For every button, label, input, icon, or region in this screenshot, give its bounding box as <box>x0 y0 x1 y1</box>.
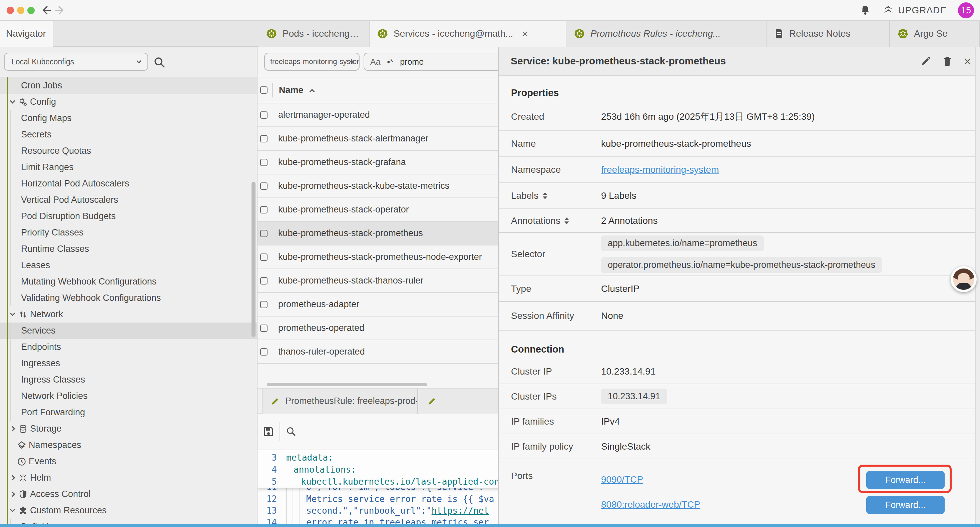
sidebar-item-port-forwarding[interactable]: Port Forwarding <box>0 404 257 420</box>
chevron-down-icon[interactable] <box>10 99 15 104</box>
detail-row-ip-family-policy: IP family policySingleStack <box>499 434 980 459</box>
row-checkbox[interactable] <box>260 135 267 142</box>
namespace-link[interactable]: freeleaps-monitoring-system <box>601 164 719 175</box>
upgrade-button[interactable]: UPGRADE <box>882 5 947 16</box>
window-close-button[interactable] <box>7 7 14 14</box>
row-checkbox[interactable] <box>260 111 267 119</box>
window-zoom-button[interactable] <box>27 7 35 14</box>
row-checkbox[interactable] <box>260 325 267 332</box>
chevron-down-icon[interactable] <box>10 311 15 316</box>
sidebar-item-vertical-pod-autoscalers[interactable]: Vertical Pod Autoscalers <box>0 192 257 208</box>
sort-ascending-icon[interactable] <box>309 89 315 94</box>
sidebar-item-limit-ranges[interactable]: Limit Ranges <box>0 159 257 175</box>
forward-arrow-icon[interactable] <box>54 4 66 16</box>
name-filter-input[interactable]: Aa ▪* prome <box>364 53 507 71</box>
sidebar-search-icon[interactable] <box>153 56 166 69</box>
service-name: kube-prometheus-stack-thanos-ruler <box>278 275 423 286</box>
sort-updown-icon[interactable] <box>565 218 569 224</box>
sidebar-item-helm[interactable]: Helm <box>0 470 257 486</box>
horizontal-scrollbar-thumb[interactable] <box>267 383 427 386</box>
sidebar-item-pod-disruption-budgets[interactable]: Pod Disruption Budgets <box>0 208 257 224</box>
tab-close-icon[interactable]: × <box>522 28 528 40</box>
kubeconfig-selector[interactable]: Local Kubeconfigs <box>4 53 148 71</box>
forward-button[interactable]: Forward... <box>866 496 945 514</box>
updown-icon <box>18 310 28 319</box>
sidebar-item-network[interactable]: Network <box>0 306 257 323</box>
column-divider <box>272 83 273 97</box>
detail-value: kube-prometheus-stack-prometheus <box>601 139 751 149</box>
detail-value: 253d 16h 6m ago (2025年1月13日 GMT+8 1:25:3… <box>601 110 815 123</box>
sidebar-item-network-policies[interactable]: Network Policies <box>0 388 257 404</box>
sidebar-item-events[interactable]: Events <box>0 453 257 470</box>
row-checkbox[interactable] <box>260 301 267 308</box>
namespace-selector[interactable]: freeleaps-monitoring-system <box>264 53 360 71</box>
chevron-right-icon[interactable] <box>10 475 15 481</box>
sidebar-item-leases[interactable]: Leases <box>0 257 257 274</box>
sidebar-scrollbar-thumb[interactable] <box>251 182 256 337</box>
sidebar-item-resource-quotas[interactable]: Resource Quotas <box>0 143 257 159</box>
sidebar-item-endpoints[interactable]: Endpoints <box>0 339 257 355</box>
sidebar-item-horizontal-pod-autoscalers[interactable]: Horizontal Pod Autoscalers <box>0 175 257 192</box>
assistant-avatar[interactable] <box>951 266 977 292</box>
chevron-right-icon[interactable] <box>10 492 15 497</box>
row-checkbox[interactable] <box>260 230 267 237</box>
sidebar-item-priority-classes[interactable]: Priority Classes <box>0 224 257 241</box>
sidebar-item-mutating-webhook-configurations[interactable]: Mutating Webhook Configurations <box>0 274 257 290</box>
chevron-down-icon[interactable] <box>10 507 15 512</box>
save-icon[interactable] <box>263 426 274 437</box>
select-all-checkbox[interactable] <box>260 86 267 94</box>
sidebar-item-ingress-classes[interactable]: Ingress Classes <box>0 372 257 388</box>
sidebar-item-config[interactable]: Config <box>0 94 257 110</box>
service-name: prometheus-operated <box>278 323 364 333</box>
bell-icon[interactable] <box>859 4 871 16</box>
workspace-tab-4[interactable]: Argo Se <box>890 21 980 47</box>
detail-value: IPv4 <box>601 416 620 427</box>
workspace-tab-2[interactable]: Prometheus Rules - icecheng... <box>566 21 767 47</box>
sidebar-item-storage[interactable]: Storage <box>0 420 257 437</box>
regex-toggle[interactable]: ▪* <box>387 57 394 67</box>
match-case-toggle[interactable]: Aa <box>370 57 380 67</box>
sidebar-item-config-maps[interactable]: Config Maps <box>0 110 257 126</box>
port-link[interactable]: 9090/TCP <box>601 474 643 485</box>
workspace-tab-0[interactable]: Pods - icecheng@mathmas... <box>259 21 369 47</box>
navigator-tab-label: Navigator <box>6 29 46 39</box>
navigator-panel-tab[interactable]: Navigator <box>0 21 53 47</box>
name-column-header[interactable]: Name <box>279 85 304 96</box>
close-icon[interactable]: × <box>964 55 971 68</box>
sidebar-item-services[interactable]: Services <box>0 323 257 339</box>
sidebar-item-label: Network <box>30 309 63 320</box>
row-checkbox[interactable] <box>260 182 267 190</box>
workspace-tab-1[interactable]: Services - icecheng@math...× <box>369 21 566 47</box>
row-checkbox[interactable] <box>260 159 267 166</box>
layers-icon <box>17 441 27 450</box>
port-link[interactable]: 8080:reloader-web/TCP <box>601 499 700 510</box>
back-arrow-icon[interactable] <box>40 4 52 16</box>
detail-label-text: Type <box>511 283 531 294</box>
editor-tab-prometheusrule[interactable]: PrometheusRule: freeleaps-prod-rabbitmq <box>262 388 418 414</box>
sidebar-item-secrets[interactable]: Secrets <box>0 126 257 143</box>
row-checkbox[interactable] <box>260 348 267 355</box>
workspace-tab-3[interactable]: Release Notes <box>767 21 890 47</box>
sidebar-item-ingresses[interactable]: Ingresses <box>0 355 257 372</box>
window-minimize-button[interactable] <box>17 7 24 14</box>
code-link[interactable]: https://net <box>432 506 489 516</box>
sidebar-item-custom-resources[interactable]: Custom Resources <box>0 502 257 519</box>
sort-updown-icon[interactable] <box>543 193 547 199</box>
tab-label: Pods - icecheng@mathmas... <box>283 29 361 39</box>
row-checkbox[interactable] <box>260 277 267 285</box>
sidebar-item-cron-jobs[interactable]: Cron Jobs <box>0 77 257 94</box>
chevron-right-icon[interactable] <box>10 426 15 431</box>
edit-pencil-icon[interactable] <box>920 56 931 67</box>
row-checkbox[interactable] <box>260 253 267 261</box>
sidebar-item-runtime-classes[interactable]: Runtime Classes <box>0 241 257 257</box>
sidebar-item-validating-webhook-configurations[interactable]: Validating Webhook Configurations <box>0 290 257 306</box>
delete-trash-icon[interactable] <box>942 56 952 67</box>
tab-label: Release Notes <box>789 29 851 39</box>
detail-label: IP families <box>511 416 601 427</box>
detail-scrollbar-track[interactable] <box>975 47 980 527</box>
row-checkbox[interactable] <box>260 206 267 213</box>
editor-search-icon[interactable] <box>286 426 297 437</box>
sidebar-item-namespaces[interactable]: Namespaces <box>0 437 257 453</box>
notification-badge[interactable]: 15 <box>958 2 974 18</box>
sidebar-item-access-control[interactable]: Access Control <box>0 486 257 502</box>
